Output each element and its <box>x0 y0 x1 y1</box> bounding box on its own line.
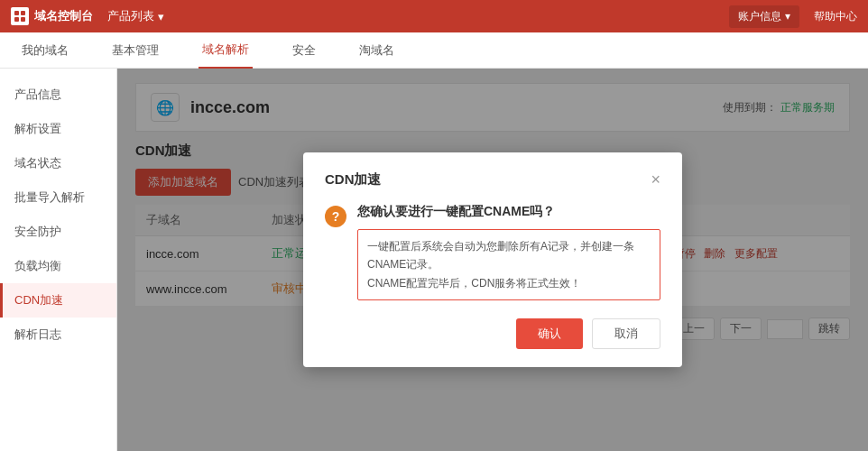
main-layout: 产品信息 解析设置 域名状态 批量导入解析 安全防护 负载均衡 CDN加速 解析… <box>0 69 868 451</box>
top-bar: 域名控制台 产品列表 ▾ 账户信息 ▾ 帮助中心 <box>0 0 868 32</box>
logo-text: 域名控制台 <box>34 8 93 24</box>
modal-dialog: CDN加速 × ? 您确认要进行一键配置CNAME吗？ 一键配置后系统会自动为您… <box>303 152 682 367</box>
modal-header: CDN加速 × <box>325 170 660 189</box>
sidebar-item-load-balance[interactable]: 负载均衡 <box>0 249 116 283</box>
nav-my-domain[interactable]: 我的域名 <box>18 32 72 69</box>
sidebar-item-dns-settings[interactable]: 解析设置 <box>0 112 116 146</box>
modal-footer: 确认 取消 <box>325 318 660 349</box>
svg-rect-0 <box>14 11 19 15</box>
close-icon[interactable]: × <box>651 170 660 189</box>
modal-main-text: 您确认要进行一键配置CNAME吗？ <box>357 204 660 220</box>
nav-taodomain[interactable]: 淘域名 <box>356 32 398 69</box>
nav-dns[interactable]: 域名解析 <box>199 32 253 69</box>
sidebar-item-cdn[interactable]: CDN加速 <box>0 283 116 318</box>
help-button[interactable]: 帮助中心 <box>814 9 857 24</box>
modal-description: 一键配置后系统会自动为您删除所有A记录，并创建一条CNAME记录。 CNAME配… <box>357 229 660 300</box>
modal-body: ? 您确认要进行一键配置CNAME吗？ 一键配置后系统会自动为您删除所有A记录，… <box>325 204 660 300</box>
nav-basic[interactable]: 基本管理 <box>108 32 162 69</box>
top-bar-left: 域名控制台 产品列表 ▾ <box>11 7 164 25</box>
logo-icon <box>11 7 29 25</box>
products-nav[interactable]: 产品列表 ▾ <box>107 8 164 24</box>
logo[interactable]: 域名控制台 <box>11 7 93 25</box>
nav-security[interactable]: 安全 <box>289 32 319 69</box>
confirm-button[interactable]: 确认 <box>516 318 583 349</box>
second-nav: 我的域名 基本管理 域名解析 安全 淘域名 <box>0 32 868 69</box>
top-bar-right: 账户信息 ▾ 帮助中心 <box>729 5 857 28</box>
content-area: 🌐 incce.com 使用到期： 正常服务期 CDN加速 添加加速域名 CDN… <box>117 69 868 451</box>
sidebar: 产品信息 解析设置 域名状态 批量导入解析 安全防护 负载均衡 CDN加速 解析… <box>0 69 117 451</box>
modal-overlay: CDN加速 × ? 您确认要进行一键配置CNAME吗？ 一键配置后系统会自动为您… <box>117 69 868 451</box>
svg-rect-1 <box>21 11 25 15</box>
svg-rect-3 <box>21 17 25 22</box>
sidebar-item-domain-status[interactable]: 域名状态 <box>0 146 116 180</box>
question-icon: ? <box>325 206 346 227</box>
account-button[interactable]: 账户信息 ▾ <box>729 5 799 28</box>
sidebar-item-dns-log[interactable]: 解析日志 <box>0 318 116 352</box>
modal-content: 您确认要进行一键配置CNAME吗？ 一键配置后系统会自动为您删除所有A记录，并创… <box>357 204 660 300</box>
sidebar-item-bulk-import[interactable]: 批量导入解析 <box>0 180 116 215</box>
modal-title: CDN加速 <box>325 171 382 189</box>
chevron-down-icon: ▾ <box>158 10 164 23</box>
chevron-down-icon: ▾ <box>785 10 790 23</box>
svg-rect-2 <box>14 17 19 22</box>
sidebar-item-product[interactable]: 产品信息 <box>0 78 116 112</box>
sidebar-item-security[interactable]: 安全防护 <box>0 215 116 249</box>
cancel-button[interactable]: 取消 <box>592 318 660 349</box>
